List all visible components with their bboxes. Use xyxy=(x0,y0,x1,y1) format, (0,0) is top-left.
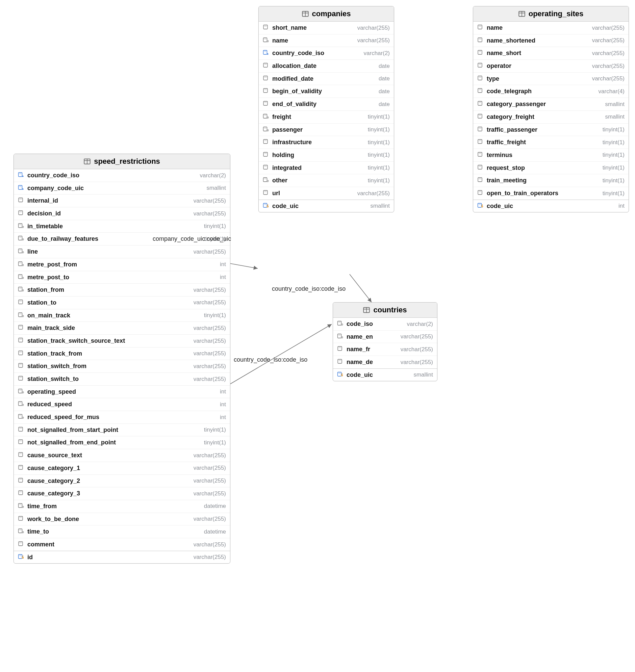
column-row[interactable]: country_code_isovarchar(2) xyxy=(259,47,394,60)
column-row[interactable]: traffic_freighttinyint(1) xyxy=(473,136,629,149)
column-row[interactable]: decision_idvarchar(255) xyxy=(14,207,230,220)
column-type: varchar(255) xyxy=(190,452,226,459)
column-type: date xyxy=(375,88,390,95)
svg-rect-65 xyxy=(19,440,23,444)
primary-key-icon xyxy=(18,554,24,561)
column-row[interactable]: code_uicsmallint xyxy=(259,200,394,212)
column-row[interactable]: code_isovarchar(2) xyxy=(333,318,437,330)
column-row[interactable]: time_fromdatetime xyxy=(14,500,230,513)
column-row[interactable]: name_shortenedvarchar(255) xyxy=(473,34,629,47)
column-row[interactable]: name_frvarchar(255) xyxy=(333,343,437,356)
column-row[interactable]: in_timetabletinyint(1) xyxy=(14,220,230,233)
column-row[interactable]: train_meetingtinyint(1) xyxy=(473,174,629,187)
column-row[interactable]: company_code_uicsmallint xyxy=(14,182,230,195)
svg-rect-172 xyxy=(479,140,481,141)
svg-rect-169 xyxy=(478,127,482,131)
svg-rect-72 xyxy=(19,479,22,480)
nullable-column-icon xyxy=(18,286,24,294)
column-row[interactable]: begin_of_validitydate xyxy=(259,85,394,97)
column-row[interactable]: integratedtinyint(1) xyxy=(259,161,394,174)
column-row[interactable]: code_telegraphvarchar(4) xyxy=(473,85,629,97)
column-row[interactable]: metre_post_fromint xyxy=(14,258,230,271)
column-row[interactable]: internal_idvarchar(255) xyxy=(14,194,230,207)
column-row[interactable]: time_todatetime xyxy=(14,525,230,538)
column-row[interactable]: category_passengersmallint xyxy=(473,97,629,110)
column-row[interactable]: short_namevarchar(255) xyxy=(259,22,394,34)
primary-key-icon xyxy=(263,202,269,210)
column-row[interactable]: not_signalled_from_start_pointtinyint(1) xyxy=(14,423,230,436)
svg-rect-37 xyxy=(19,313,22,317)
table-countries[interactable]: countries code_isovarchar(2)name_envarch… xyxy=(333,302,437,381)
column-row[interactable]: cause_source_textvarchar(255) xyxy=(14,449,230,462)
column-row[interactable]: category_freightsmallint xyxy=(473,110,629,123)
primary-key-icon xyxy=(337,371,343,379)
svg-rect-95 xyxy=(263,38,267,42)
column-row[interactable]: station_switch_fromvarchar(255) xyxy=(14,360,230,373)
column-row[interactable]: modified_datedate xyxy=(259,72,394,85)
column-row[interactable]: commentvarchar(255) xyxy=(14,538,230,551)
column-icon xyxy=(477,126,483,134)
column-name: reduced_speed_for_mus xyxy=(27,414,99,421)
column-row[interactable]: urlvarchar(255) xyxy=(259,187,394,200)
table-title: countries xyxy=(373,306,407,314)
column-row[interactable]: terminustinyint(1) xyxy=(473,149,629,161)
column-row[interactable]: infrastructuretinyint(1) xyxy=(259,136,394,149)
column-name: internal_id xyxy=(27,197,58,204)
column-row[interactable]: reduced_speed_for_musint xyxy=(14,411,230,423)
column-type: smallint xyxy=(367,203,390,209)
column-row[interactable]: main_track_sidevarchar(255) xyxy=(14,321,230,334)
column-row[interactable]: station_track_fromvarchar(255) xyxy=(14,347,230,360)
column-row[interactable]: operating_speedint xyxy=(14,385,230,398)
column-icon xyxy=(263,62,269,70)
column-row[interactable]: cause_category_3varchar(255) xyxy=(14,487,230,500)
column-row[interactable]: holdingtinyint(1) xyxy=(259,149,394,161)
column-row[interactable]: idvarchar(255) xyxy=(14,551,230,564)
column-row[interactable]: work_to_be_donevarchar(255) xyxy=(14,513,230,525)
column-row[interactable]: allocation_datedate xyxy=(259,60,394,72)
column-row[interactable]: othertinyint(1) xyxy=(259,174,394,187)
column-row[interactable]: operatorvarchar(255) xyxy=(473,60,629,72)
column-row[interactable]: request_stoptinyint(1) xyxy=(473,161,629,174)
column-row[interactable]: open_to_train_operatorstinyint(1) xyxy=(473,187,629,200)
column-row[interactable]: freighttinyint(1) xyxy=(259,110,394,123)
column-row[interactable]: typevarchar(255) xyxy=(473,72,629,85)
svg-rect-82 xyxy=(19,530,22,531)
column-row[interactable]: name_devarchar(255) xyxy=(333,356,437,368)
svg-rect-129 xyxy=(263,203,267,207)
column-row[interactable]: station_switch_tovarchar(255) xyxy=(14,373,230,385)
column-row[interactable]: linevarchar(255) xyxy=(14,245,230,258)
column-row[interactable]: name_envarchar(255) xyxy=(333,330,437,343)
nullable-column-icon xyxy=(337,333,343,341)
column-row[interactable]: reduced_speedint xyxy=(14,398,230,411)
svg-rect-81 xyxy=(19,529,22,533)
column-icon xyxy=(18,477,24,485)
column-row[interactable]: namevarchar(255) xyxy=(473,22,629,34)
column-row[interactable]: metre_post_toint xyxy=(14,271,230,284)
nullable-column-icon xyxy=(18,273,24,281)
table-speed-restrictions[interactable]: speed_restrictions country_code_isovarch… xyxy=(14,154,231,564)
column-row[interactable]: code_uicint xyxy=(473,200,629,212)
column-row[interactable]: namevarchar(255) xyxy=(259,34,394,47)
column-row[interactable]: code_uicsmallint xyxy=(333,368,437,381)
svg-rect-177 xyxy=(478,178,482,182)
column-name: short_name xyxy=(272,24,307,31)
column-row[interactable]: cause_category_2varchar(255) xyxy=(14,474,230,487)
table-header: speed_restrictions xyxy=(14,154,230,169)
column-row[interactable]: cause_category_1varchar(255) xyxy=(14,462,230,474)
column-row[interactable]: passengertinyint(1) xyxy=(259,123,394,136)
table-operating-sites[interactable]: operating_sites namevarchar(255)name_sho… xyxy=(473,6,629,212)
svg-rect-121 xyxy=(263,165,267,169)
column-name: type xyxy=(487,75,499,83)
svg-rect-159 xyxy=(478,63,482,67)
column-row[interactable]: on_main_tracktinyint(1) xyxy=(14,309,230,322)
column-row[interactable]: station_fromvarchar(255) xyxy=(14,283,230,296)
column-row[interactable]: end_of_validitydate xyxy=(259,97,394,110)
column-row[interactable]: country_code_isovarchar(2) xyxy=(14,169,230,182)
column-row[interactable]: name_shortvarchar(255) xyxy=(473,47,629,60)
svg-rect-110 xyxy=(264,115,266,116)
column-row[interactable]: station_tovarchar(255) xyxy=(14,296,230,309)
column-row[interactable]: station_track_switch_source_textvarchar(… xyxy=(14,334,230,347)
column-row[interactable]: not_signalled_from_end_pointtinyint(1) xyxy=(14,436,230,449)
table-companies[interactable]: companies short_namevarchar(255)namevarc… xyxy=(258,6,394,212)
column-row[interactable]: traffic_passengertinyint(1) xyxy=(473,123,629,136)
